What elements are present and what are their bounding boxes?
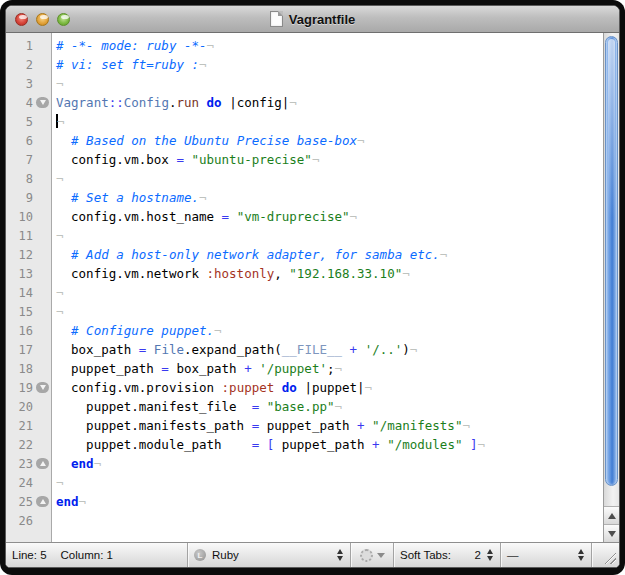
code-token: config.vm.host_name — [56, 209, 222, 224]
zoom-button[interactable] — [57, 13, 70, 26]
scroll-up-arrow-icon — [608, 513, 616, 519]
code-token: run — [176, 95, 199, 110]
code-token: "/manifests" — [372, 418, 462, 433]
gutter-row: 3 — [6, 74, 51, 93]
code-line[interactable]: config.vm.network :hostonly, "192.168.33… — [56, 264, 603, 283]
code-token: end — [71, 456, 94, 471]
code-line[interactable] — [56, 511, 603, 530]
code-line[interactable]: # Add a host-only network adapter, for s… — [56, 245, 603, 264]
bundle-actions-menu[interactable] — [351, 543, 394, 567]
code-token: __FILE__ — [282, 342, 342, 357]
gutter-row: 12 — [6, 245, 51, 264]
screenshot: Vagrantfile 1234567891011121314151617181… — [0, 0, 625, 575]
newline-invisible: ¬ — [289, 95, 297, 110]
code-line[interactable]: ¬ — [56, 112, 603, 131]
code-line[interactable]: Vagrant::Config.run do |config|¬ — [56, 93, 603, 112]
newline-invisible: ¬ — [79, 494, 87, 509]
gutter-row: 21 — [6, 416, 51, 435]
soft-tabs-label: Soft Tabs: — [400, 549, 451, 561]
newline-invisible: ¬ — [94, 456, 102, 471]
code-line[interactable]: puppet_path = box_path + '/puppet';¬ — [56, 359, 603, 378]
scroll-up-button[interactable] — [604, 506, 619, 524]
newline-invisible: ¬ — [56, 171, 64, 186]
code-token: end — [56, 494, 79, 509]
code-token — [357, 342, 365, 357]
gutter-row: 4 — [6, 93, 51, 112]
code-line[interactable]: ¬ — [56, 169, 603, 188]
code-line[interactable]: # Set a hostname.¬ — [56, 188, 603, 207]
code-line[interactable]: puppet.manifest_file = "base.pp"¬ — [56, 397, 603, 416]
code-line[interactable]: puppet.manifests_path = puppet_path + "/… — [56, 416, 603, 435]
code-token: + — [357, 418, 365, 433]
newline-invisible: ¬ — [312, 152, 320, 167]
code-line[interactable]: end¬ — [56, 454, 603, 473]
code-token: + — [372, 437, 380, 452]
code-token: puppet_path — [274, 437, 372, 452]
code-line[interactable]: end¬ — [56, 492, 603, 511]
gutter-row: 1 — [6, 36, 51, 55]
fold-slot — [36, 496, 51, 507]
soft-tabs-selector[interactable]: Soft Tabs: 2 — [394, 543, 501, 567]
code-line[interactable]: # Configure puppet.¬ — [56, 321, 603, 340]
code-token: = — [176, 152, 184, 167]
code-line[interactable]: box_path = File.expand_path(__FILE__ + '… — [56, 340, 603, 359]
scroll-down-button[interactable] — [604, 524, 619, 542]
code-line[interactable]: ¬ — [56, 226, 603, 245]
newline-invisible: ¬ — [402, 266, 410, 281]
gutter-row: 14 — [6, 283, 51, 302]
code-line[interactable]: # vi: set ft=ruby :¬ — [56, 55, 603, 74]
language-selector[interactable]: L Ruby — [188, 543, 351, 567]
code-line[interactable]: ¬ — [56, 283, 603, 302]
code-line[interactable]: ¬ — [56, 473, 603, 492]
newline-invisible: ¬ — [199, 190, 207, 205]
gutter-row: 25 — [6, 492, 51, 511]
code-token: = — [161, 361, 169, 376]
code-token — [56, 456, 71, 471]
stepper-icon[interactable] — [336, 549, 344, 561]
fold-down-icon[interactable] — [36, 382, 49, 393]
fold-down-icon[interactable] — [36, 97, 49, 108]
resize-grip[interactable] — [592, 543, 619, 567]
code-line[interactable]: config.vm.box = "ubuntu-precise"¬ — [56, 150, 603, 169]
newline-invisible: ¬ — [56, 304, 64, 319]
gutter-row: 20 — [6, 397, 51, 416]
stepper-icon[interactable] — [486, 549, 494, 561]
line-number: 26 — [6, 514, 36, 528]
newline-invisible: ¬ — [357, 133, 365, 148]
newline-invisible: ¬ — [207, 38, 215, 53]
code-token — [259, 399, 267, 414]
fold-up-icon[interactable] — [36, 458, 49, 469]
code-token: config.vm.provision — [56, 380, 222, 395]
code-line[interactable]: # Based on the Ubuntu Precise base-box¬ — [56, 131, 603, 150]
code-token: puppet.module_path — [56, 437, 252, 452]
scrollbar-thumb[interactable] — [605, 36, 618, 486]
code-token: "192.168.33.10" — [289, 266, 402, 281]
code-token — [229, 209, 237, 224]
code-line[interactable]: # -*- mode: ruby -*-¬ — [56, 36, 603, 55]
dropdown-arrow-icon — [377, 553, 385, 558]
code-line[interactable]: ¬ — [56, 302, 603, 321]
close-button[interactable] — [15, 13, 28, 26]
title-bar[interactable]: Vagrantfile — [6, 6, 619, 33]
code-token: .expand_path( — [184, 342, 282, 357]
newline-invisible: ¬ — [478, 437, 486, 452]
traffic-lights — [15, 6, 70, 32]
code-token: :puppet — [222, 380, 275, 395]
code-token: puppet.manifest_file — [56, 399, 252, 414]
gutter-row: 6 — [6, 131, 51, 150]
gutter-row: 10 — [6, 207, 51, 226]
minimize-button[interactable] — [36, 13, 49, 26]
stepper-icon[interactable] — [577, 549, 585, 561]
code-line[interactable]: puppet.module_path = [ puppet_path + "/m… — [56, 435, 603, 454]
code-token: # -*- mode: ruby -*- — [56, 38, 207, 53]
fold-up-icon[interactable] — [36, 496, 49, 507]
vertical-scrollbar[interactable] — [603, 33, 619, 542]
code-lines[interactable]: # -*- mode: ruby -*-¬# vi: set ft=ruby :… — [52, 33, 603, 542]
line-number: 20 — [6, 400, 36, 414]
code-line[interactable]: config.vm.host_name = "vm-druprecise"¬ — [56, 207, 603, 226]
symbol-list-selector[interactable]: — — [501, 543, 592, 567]
code-line[interactable]: ¬ — [56, 74, 603, 93]
newline-invisible: ¬ — [350, 209, 358, 224]
code-token: |puppet| — [297, 380, 365, 395]
code-line[interactable]: config.vm.provision :puppet do |puppet|¬ — [56, 378, 603, 397]
